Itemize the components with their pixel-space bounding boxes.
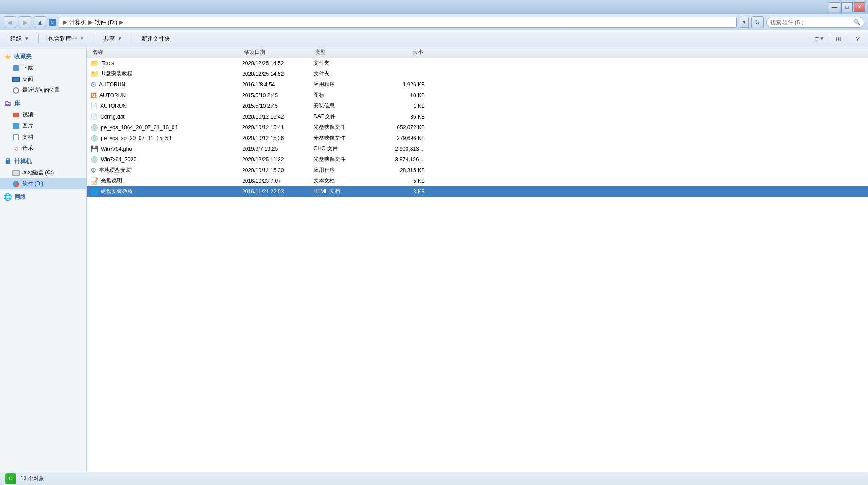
sidebar-item-music[interactable]: ♫ 音乐 bbox=[0, 143, 86, 154]
file-type-cell: 应用程序 bbox=[313, 166, 371, 174]
file-name-cell: 📝 光盘说明 bbox=[91, 177, 242, 185]
help-button[interactable]: ? bbox=[852, 33, 864, 45]
sidebar-item-video[interactable]: 视频 bbox=[0, 109, 86, 120]
toolbar-separator-2 bbox=[94, 34, 94, 44]
download-folder-icon bbox=[12, 65, 20, 72]
file-type-cell: 安装信息 bbox=[313, 102, 371, 110]
sidebar-section-network: 🌐 网络 bbox=[0, 191, 86, 203]
sidebar-item-recent[interactable]: 最近访问的位置 bbox=[0, 85, 86, 96]
refresh-button[interactable]: ↻ bbox=[751, 16, 764, 28]
table-row[interactable]: ⚙ AUTORUN 2016/1/8 4:54 应用程序 1,926 KB bbox=[87, 79, 868, 90]
ico-icon: 🖼 bbox=[91, 92, 97, 99]
drive-c-label: 本地磁盘 (C:) bbox=[22, 169, 54, 177]
sidebar-item-photo[interactable]: 图片 bbox=[0, 120, 86, 132]
new-folder-button[interactable]: 新建文件夹 bbox=[136, 33, 176, 45]
include-in-lib-label: 包含到库中 bbox=[48, 35, 77, 43]
address-dropdown[interactable]: ▼ bbox=[740, 17, 749, 28]
computer-label: 计算机 bbox=[14, 157, 32, 165]
table-row[interactable]: 🖼 AUTORUN 2015/5/10 2:45 图标 10 KB bbox=[87, 90, 868, 101]
organize-button[interactable]: 组织 ▼ bbox=[4, 33, 35, 45]
file-size-cell: 5 KB bbox=[371, 178, 425, 184]
back-button[interactable]: ◀ bbox=[4, 16, 16, 28]
path-sep-2: ▶ bbox=[88, 19, 93, 25]
iso-icon: 💿 bbox=[91, 135, 98, 142]
file-type-cell: GHO 文件 bbox=[313, 145, 371, 152]
include-dropdown-icon: ▼ bbox=[80, 36, 84, 41]
sidebar-item-drive-c[interactable]: 本地磁盘 (C:) bbox=[0, 167, 86, 178]
sidebar-header-network[interactable]: 🌐 网络 bbox=[0, 191, 86, 203]
col-header-date[interactable]: 修改日期 bbox=[242, 49, 313, 56]
table-row[interactable]: 📁 U盘安装教程 2020/12/25 14:52 文件夹 bbox=[87, 69, 868, 79]
file-type-cell: 文件夹 bbox=[313, 70, 371, 78]
library-header-icon: 🗂 bbox=[4, 99, 12, 107]
toolbar-separator-4 bbox=[829, 34, 829, 44]
search-box[interactable]: 🔍 bbox=[766, 17, 864, 28]
file-name-cell: 💿 pe_yqs_1064_20_07_31_16_04 bbox=[91, 124, 242, 131]
sidebar-item-desktop[interactable]: 桌面 bbox=[0, 74, 86, 85]
back-icon: ◀ bbox=[8, 19, 12, 26]
video-icon bbox=[12, 111, 20, 119]
share-label: 共享 bbox=[103, 35, 115, 43]
main-layout: ★ 收藏夹 下载 桌面 最近访问的位置 bbox=[0, 47, 868, 472]
file-type-cell: 光盘映像文件 bbox=[313, 156, 371, 163]
search-input[interactable] bbox=[770, 19, 852, 25]
file-type-cell: 光盘映像文件 bbox=[313, 134, 371, 142]
table-row[interactable]: 📄 AUTORUN 2015/5/10 2:45 安装信息 1 KB bbox=[87, 101, 868, 111]
file-name-cell: ⚙ 本地硬盘安装 bbox=[91, 166, 242, 174]
path-item-computer[interactable]: 计算机 bbox=[69, 18, 86, 26]
details-view-button[interactable]: ⊞ bbox=[833, 33, 844, 45]
file-name: AUTORUN bbox=[99, 92, 126, 99]
toolbar-separator-1 bbox=[38, 34, 39, 44]
folder-icon: 📁 bbox=[91, 70, 99, 78]
sidebar-item-drive-d[interactable]: 软件 (D:) bbox=[0, 178, 86, 189]
search-icon: 🔍 bbox=[853, 19, 860, 25]
sidebar-item-doc[interactable]: 文档 bbox=[0, 132, 86, 143]
sidebar-section-favorites: ★ 收藏夹 下载 桌面 最近访问的位置 bbox=[0, 51, 86, 96]
col-header-size[interactable]: 大小 bbox=[371, 49, 425, 56]
iso-icon: 💿 bbox=[91, 124, 98, 131]
sidebar-header-computer[interactable]: 🖥 计算机 bbox=[0, 156, 86, 167]
file-date-cell: 2016/11/21 22:03 bbox=[242, 189, 313, 195]
share-button[interactable]: 共享 ▼ bbox=[98, 33, 128, 45]
col-header-type[interactable]: 类型 bbox=[313, 49, 371, 56]
exe-icon: ⚙ bbox=[91, 81, 96, 89]
file-size-cell: 3,874,126 ... bbox=[371, 156, 425, 163]
sidebar-header-favorites[interactable]: ★ 收藏夹 bbox=[0, 51, 86, 62]
file-type-cell: DAT 文件 bbox=[313, 113, 371, 120]
computer-icon: 🖥 bbox=[4, 157, 11, 165]
path-item-drive[interactable]: 软件 (D:) bbox=[95, 18, 117, 26]
minimize-button[interactable]: — bbox=[829, 2, 840, 12]
forward-icon: ▶ bbox=[23, 19, 28, 26]
table-row[interactable]: 💿 pe_yqs_1064_20_07_31_16_04 2020/10/12 … bbox=[87, 122, 868, 133]
close-button[interactable]: ✕ bbox=[854, 2, 865, 12]
statusbar-count: 13 个对象 bbox=[21, 475, 44, 482]
recent-label: 最近访问的位置 bbox=[22, 86, 60, 94]
download-label: 下载 bbox=[22, 64, 33, 72]
music-note-icon: ♫ bbox=[14, 145, 19, 152]
table-row[interactable]: 🌐 硬盘安装教程 2016/11/21 22:03 HTML 文档 3 KB bbox=[87, 186, 868, 197]
include-in-lib-button[interactable]: 包含到库中 ▼ bbox=[42, 33, 90, 45]
table-row[interactable]: 📁 Tools 2020/12/25 14:52 文件夹 bbox=[87, 58, 868, 69]
col-header-name[interactable]: 名称 bbox=[91, 49, 242, 56]
favorites-header-icon: ★ bbox=[4, 53, 12, 61]
sidebar-header-library[interactable]: 🗂 库 bbox=[0, 98, 86, 109]
table-row[interactable]: 📄 Config.dat 2020/10/12 15:42 DAT 文件 36 … bbox=[87, 111, 868, 122]
network-header-icon: 🌐 bbox=[4, 193, 12, 201]
file-type-cell: 光盘映像文件 bbox=[313, 123, 371, 131]
address-path[interactable]: ▶ 计算机 ▶ 软件 (D:) ▶ bbox=[59, 17, 737, 28]
view-button[interactable]: ≡ ▼ bbox=[814, 33, 825, 45]
file-date-cell: 2020/10/12 15:30 bbox=[242, 167, 313, 173]
file-name-cell: 💿 pe_yqs_xp_20_07_31_15_53 bbox=[91, 135, 242, 142]
file-name-cell: 💿 Win7x64_2020 bbox=[91, 156, 242, 163]
table-row[interactable]: 📝 光盘说明 2016/10/23 7:07 文本文档 5 KB bbox=[87, 176, 868, 186]
forward-button[interactable]: ▶ bbox=[19, 16, 31, 28]
file-date-cell: 2015/5/10 2:45 bbox=[242, 103, 313, 109]
sidebar-item-download[interactable]: 下载 bbox=[0, 62, 86, 74]
table-row[interactable]: 💾 Win7x64.gho 2019/9/7 19:25 GHO 文件 2,90… bbox=[87, 144, 868, 154]
table-row[interactable]: 💿 Win7x64_2020 2020/12/25 11:32 光盘映像文件 3… bbox=[87, 154, 868, 165]
table-row[interactable]: 💿 pe_yqs_xp_20_07_31_15_53 2020/10/12 15… bbox=[87, 133, 868, 144]
maximize-button[interactable]: □ bbox=[841, 2, 853, 12]
file-name-cell: 📁 U盘安装教程 bbox=[91, 70, 242, 78]
table-row[interactable]: ⚙ 本地硬盘安装 2020/10/12 15:30 应用程序 28,315 KB bbox=[87, 165, 868, 176]
up-button[interactable]: ▲ bbox=[34, 16, 46, 28]
